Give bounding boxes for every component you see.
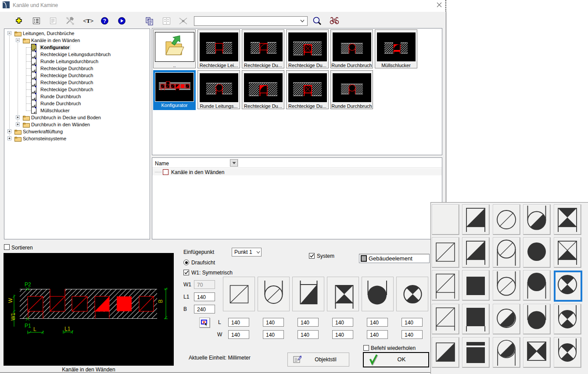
svg-text:L1: L1 [65,326,71,332]
svg-text:L: L [33,326,36,332]
svg-text:P1: P1 [25,323,31,329]
svg-text:P2: P2 [25,281,31,288]
svg-text:B: B [158,299,164,303]
svg-text:W: W [7,298,14,303]
svg-text:?: ? [103,18,106,24]
svg-text:W1: W1 [10,313,16,321]
